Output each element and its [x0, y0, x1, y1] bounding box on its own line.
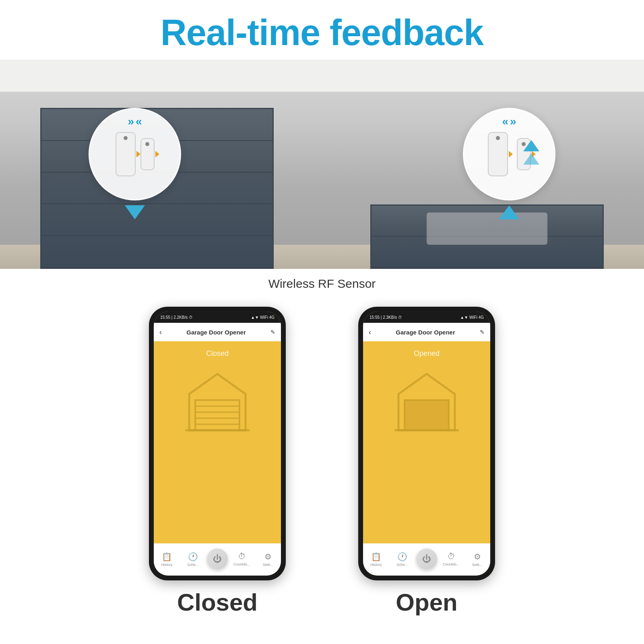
nav-item-history-left[interactable]: 📋 History	[155, 552, 179, 567]
state-label-open: Open	[396, 588, 457, 616]
blue-arrows-right	[523, 140, 539, 165]
sensor-arrow-right	[136, 151, 140, 157]
app-content-right: Opened	[363, 341, 490, 543]
phone-wrapper-right: 15:55 | 2.3KB/s ⏱ ▲▼ WiFi 4G ‹ Garage Do…	[358, 307, 495, 616]
sensor-main-part-left	[116, 132, 136, 176]
garage-background: » « « »	[0, 60, 644, 269]
schedule-icon-left: 🕐	[188, 552, 198, 561]
up-arrow-1	[523, 140, 539, 151]
app-title-right: Garage Door Opener	[396, 329, 455, 336]
app-bottom-nav-right: 📋 History 🕐 Sche... ⏻ ⏱ Countdo...	[363, 543, 490, 576]
sensor-circle-right: « »	[463, 108, 555, 200]
phone-screen-right: 15:55 | 2.3KB/s ⏱ ▲▼ WiFi 4G ‹ Garage Do…	[363, 312, 490, 576]
sensor-device-left	[116, 132, 155, 176]
nav-item-schedule-right[interactable]: 🕐 Sche...	[390, 552, 414, 567]
state-label-closed: Closed	[177, 588, 258, 616]
up-arrow-2	[523, 153, 539, 165]
phone-left: 15:55 | 2.2KB/s ⏱ ▲▼ WiFi 4G ‹ Garage Do…	[149, 307, 286, 580]
power-icon-left: ⏻	[213, 554, 222, 564]
sensor-dot	[145, 142, 149, 146]
chevron-right-icon-r: »	[510, 115, 516, 128]
sensor-dot	[124, 136, 128, 140]
bottom-section: 15:55 | 2.2KB/s ⏱ ▲▼ WiFi 4G ‹ Garage Do…	[0, 295, 644, 616]
sensor-label: Wireless RF Sensor	[0, 269, 644, 295]
countdown-icon-right: ⏱	[447, 552, 455, 561]
garage-icon-left	[181, 366, 254, 438]
svg-marker-0	[189, 374, 246, 430]
back-button-left[interactable]: ‹	[159, 328, 162, 336]
nav-item-settings-left[interactable]: ⚙ Setti...	[256, 552, 280, 567]
countdown-icon-left: ⏱	[238, 552, 246, 561]
phone-notch-left	[197, 312, 237, 321]
nav-item-settings-right[interactable]: ⚙ Setti...	[465, 552, 489, 567]
app-header-right: ‹ Garage Door Opener ✎	[363, 323, 490, 341]
schedule-icon-right: 🕐	[397, 552, 407, 561]
nav-item-countdown-left[interactable]: ⏱ Countdo...	[230, 552, 254, 566]
phone-right: 15:55 | 2.3KB/s ⏱ ▲▼ WiFi 4G ‹ Garage Do…	[358, 307, 495, 580]
history-label-left: History	[161, 563, 172, 567]
chevron-right-icon: »	[128, 115, 134, 128]
nav-power-button-left[interactable]: ⏻	[207, 549, 228, 570]
app-title-left: Garage Door Opener	[186, 329, 246, 336]
app-header-left: ‹ Garage Door Opener ✎	[154, 323, 281, 341]
status-icons-left: ▲▼ WiFi 4G	[251, 315, 275, 320]
chevrons-left: » «	[128, 115, 142, 128]
svg-rect-1	[195, 400, 239, 430]
status-time-left: 15:55 | 2.2KB/s ⏱	[160, 315, 193, 320]
page-header: Real-time feedback	[0, 0, 644, 60]
power-icon-right: ⏻	[422, 554, 431, 564]
schedule-label-left: Sche...	[187, 563, 198, 567]
sensor-arrow-right	[509, 151, 513, 157]
chevron-left-icon: «	[136, 115, 142, 128]
edit-button-right[interactable]: ✎	[480, 329, 485, 335]
settings-label-left: Setti...	[263, 563, 273, 567]
phone-screen-left: 15:55 | 2.2KB/s ⏱ ▲▼ WiFi 4G ‹ Garage Do…	[154, 312, 281, 576]
app-content-left: Closed	[154, 341, 281, 543]
back-button-right[interactable]: ‹	[369, 328, 371, 336]
garage-panel	[41, 204, 272, 236]
settings-icon-right: ⚙	[474, 552, 481, 561]
phone-wrapper-left: 15:55 | 2.2KB/s ⏱ ▲▼ WiFi 4G ‹ Garage Do…	[149, 307, 286, 616]
history-icon-left: 📋	[162, 552, 172, 561]
countdown-label-left: Countdo...	[233, 562, 250, 566]
phone-notch-right	[407, 312, 447, 321]
nav-power-button-right[interactable]: ⏻	[416, 549, 437, 570]
sensor-small-part-left	[140, 138, 155, 170]
sensor-main-part-right	[488, 132, 508, 176]
nav-item-history-right[interactable]: 📋 History	[364, 552, 388, 567]
history-icon-right: 📋	[371, 552, 381, 561]
door-status-right: Opened	[414, 349, 440, 358]
edit-button-left[interactable]: ✎	[270, 329, 275, 335]
garage-icon-right	[390, 366, 463, 438]
status-icons-right: ▲▼ WiFi 4G	[460, 315, 484, 320]
chevrons-right: « »	[502, 115, 516, 128]
sensor-arrow-right	[155, 151, 159, 157]
car-shape	[427, 213, 547, 245]
schedule-label-right: Sche...	[396, 563, 408, 567]
sensor-dot	[496, 136, 500, 140]
svg-rect-8	[405, 400, 449, 430]
sensor-circle-left: » «	[89, 108, 181, 200]
settings-icon-left: ⚙	[264, 552, 272, 561]
history-label-right: History	[370, 563, 382, 567]
nav-item-schedule-left[interactable]: 🕐 Sche...	[181, 552, 205, 567]
page-title: Real-time feedback	[0, 12, 644, 54]
settings-label-right: Setti...	[472, 563, 483, 567]
app-bottom-nav-left: 📋 History 🕐 Sche... ⏻ ⏱ Countdo...	[154, 543, 281, 576]
countdown-label-right: Countdo...	[443, 562, 460, 566]
nav-item-countdown-right[interactable]: ⏱ Countdo...	[439, 552, 463, 566]
door-status-left: Closed	[206, 349, 229, 358]
status-time-right: 15:55 | 2.3KB/s ⏱	[369, 315, 402, 320]
blue-arrow-up-right	[499, 205, 519, 219]
garage-panel	[41, 236, 272, 268]
chevron-left-icon-r: «	[502, 115, 508, 128]
blue-arrow-down-left	[125, 205, 145, 219]
